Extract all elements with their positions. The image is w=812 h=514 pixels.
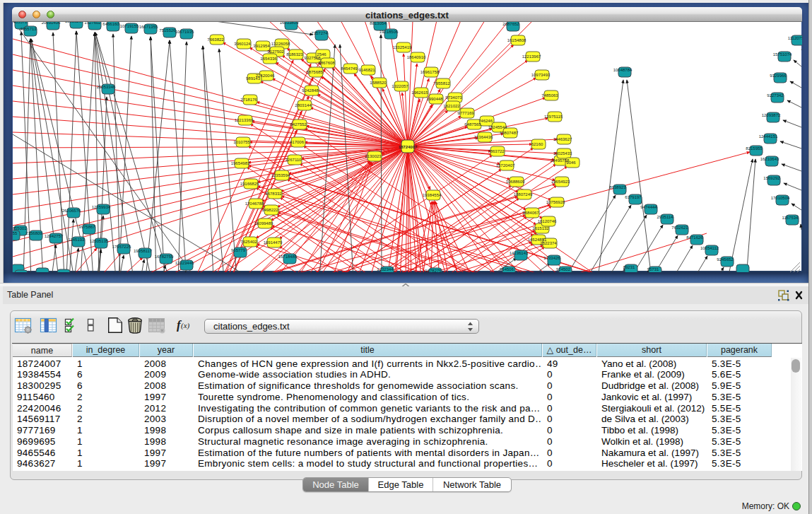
svg-text:1588520: 1588520 xyxy=(370,81,387,85)
svg-text:10648784: 10648784 xyxy=(613,68,632,72)
svg-text:8471626: 8471626 xyxy=(686,235,703,240)
svg-text:9046: 9046 xyxy=(566,160,576,165)
svg-text:1678275: 1678275 xyxy=(425,269,442,272)
svg-text:10756928: 10756928 xyxy=(546,200,565,204)
svg-text:10973493: 10973493 xyxy=(531,73,551,77)
svg-text:15718485: 15718485 xyxy=(278,255,298,259)
svg-text:7485063: 7485063 xyxy=(541,93,558,98)
svg-text:7955812: 7955812 xyxy=(433,81,450,86)
svg-text:9242848: 9242848 xyxy=(302,88,319,93)
svg-text:15720407: 15720407 xyxy=(496,163,515,168)
svg-text:3267110: 3267110 xyxy=(286,158,302,162)
svg-text:18640910: 18640910 xyxy=(407,55,426,59)
svg-text:5875685: 5875685 xyxy=(306,70,323,74)
svg-text:1654336: 1654336 xyxy=(260,57,277,61)
svg-text:62160: 62160 xyxy=(531,142,543,146)
svg-text:1569292: 1569292 xyxy=(763,176,780,180)
svg-text:12942757: 12942757 xyxy=(45,234,64,238)
svg-text:2546: 2546 xyxy=(317,52,326,57)
svg-text:12505135: 12505135 xyxy=(90,239,109,243)
svg-text:9127502: 9127502 xyxy=(267,49,284,54)
svg-text:1405572: 1405572 xyxy=(13,22,28,24)
svg-text:20691406: 20691406 xyxy=(42,22,61,25)
svg-text:9777169: 9777169 xyxy=(457,111,474,115)
svg-text:12975115: 12975115 xyxy=(544,115,563,119)
svg-text:6379197: 6379197 xyxy=(625,195,642,199)
svg-text:9146821: 9146821 xyxy=(358,68,375,72)
svg-text:2935114: 2935114 xyxy=(657,215,674,219)
svg-text:18807249: 18807249 xyxy=(514,192,533,197)
svg-text:7632621: 7632621 xyxy=(671,226,688,230)
svg-text:26206576: 26206576 xyxy=(62,209,81,213)
svg-text:10654112: 10654112 xyxy=(700,246,719,250)
svg-text:16033809: 16033809 xyxy=(280,22,299,25)
svg-text:12444151: 12444151 xyxy=(759,134,778,139)
svg-text:417006: 417006 xyxy=(290,140,305,144)
svg-text:8678332: 8678332 xyxy=(265,192,282,196)
svg-text:1621022: 1621022 xyxy=(443,104,460,108)
svg-text:10688609: 10688609 xyxy=(506,180,525,184)
svg-text:13226058: 13226058 xyxy=(271,42,290,46)
svg-text:15751074: 15751074 xyxy=(773,52,792,57)
svg-text:16154808: 16154808 xyxy=(507,38,526,42)
svg-text:9855001: 9855001 xyxy=(13,226,27,230)
svg-text:12353594: 12353594 xyxy=(271,173,290,177)
svg-text:7515526: 7515526 xyxy=(159,28,176,33)
svg-text:17010504: 17010504 xyxy=(771,196,790,200)
svg-text:16961758: 16961758 xyxy=(420,70,440,74)
svg-text:12213967: 12213967 xyxy=(522,54,541,59)
svg-text:9734073: 9734073 xyxy=(445,95,462,100)
svg-text:19958117: 19958117 xyxy=(134,249,153,253)
svg-text:1112075: 1112075 xyxy=(788,36,802,40)
svg-text:1962615: 1962615 xyxy=(411,90,428,95)
svg-text:746246: 746246 xyxy=(478,119,493,123)
svg-text:19654983: 19654983 xyxy=(231,161,250,165)
svg-text:2803144: 2803144 xyxy=(295,103,312,107)
svg-text:16120746: 16120746 xyxy=(538,219,557,223)
svg-text:8427552: 8427552 xyxy=(290,122,307,127)
svg-text:14136141: 14136141 xyxy=(510,251,529,255)
svg-text:16914479: 16914479 xyxy=(264,240,283,245)
svg-text:21364436: 21364436 xyxy=(474,135,493,139)
svg-text:17957225: 17957225 xyxy=(112,245,131,249)
svg-text:8454749: 8454749 xyxy=(341,66,358,71)
svg-text:2087652: 2087652 xyxy=(502,22,519,26)
svg-text:9329966: 9329966 xyxy=(770,74,787,78)
svg-text:965779: 965779 xyxy=(231,248,246,252)
svg-text:17046788: 17046788 xyxy=(245,201,264,206)
svg-text:9684067: 9684067 xyxy=(522,211,539,215)
svg-text:8938923: 8938923 xyxy=(609,185,626,189)
svg-text:19166825: 19166825 xyxy=(240,182,259,186)
svg-text:7625402: 7625402 xyxy=(240,240,257,244)
svg-text:16210643: 16210643 xyxy=(760,157,779,161)
svg-text:989143: 989143 xyxy=(246,76,261,81)
svg-text:1167534: 1167534 xyxy=(782,216,799,220)
svg-text:9227342: 9227342 xyxy=(767,93,784,98)
svg-text:9245652: 9245652 xyxy=(717,257,734,262)
svg-text:12359934: 12359934 xyxy=(92,205,111,209)
svg-text:14463627: 14463627 xyxy=(553,137,572,141)
svg-text:20053346: 20053346 xyxy=(97,85,116,89)
svg-text:1527602: 1527602 xyxy=(84,22,101,25)
svg-text:13325419: 13325419 xyxy=(393,45,412,49)
svg-text:16671355: 16671355 xyxy=(139,25,158,29)
svg-text:1615132: 1615132 xyxy=(532,226,549,230)
svg-text:19218506: 19218506 xyxy=(379,30,399,34)
svg-text:2867608: 2867608 xyxy=(318,61,335,65)
svg-text:2718176: 2718176 xyxy=(240,98,257,102)
svg-text:2522374: 2522374 xyxy=(540,241,557,245)
svg-text:1733426: 1733426 xyxy=(543,256,560,260)
svg-text:12213369: 12213369 xyxy=(235,118,254,122)
svg-text:8813054: 8813054 xyxy=(370,22,387,25)
svg-text:7663822: 7663822 xyxy=(207,37,224,42)
svg-text:(x): (x) xyxy=(181,321,190,330)
svg-text:10719155: 10719155 xyxy=(120,24,139,28)
svg-text:1990448: 1990448 xyxy=(426,97,443,101)
svg-text:6466160: 6466160 xyxy=(102,22,119,26)
svg-text:1010755: 1010755 xyxy=(233,140,250,144)
svg-text:95731: 95731 xyxy=(647,267,659,271)
svg-text:1145193: 1145193 xyxy=(69,238,86,242)
svg-text:9975867: 9975867 xyxy=(78,225,95,229)
svg-text:10807487: 10807487 xyxy=(500,131,519,135)
svg-text:4055713: 4055713 xyxy=(20,27,37,31)
